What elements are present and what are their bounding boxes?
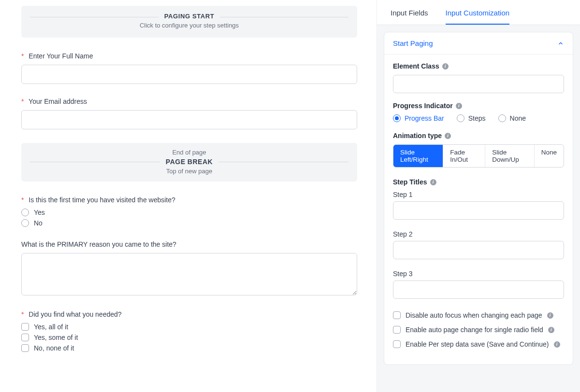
- field-label: * Did you find what you needed?: [21, 310, 357, 318]
- option-text: Progress Bar: [405, 114, 444, 122]
- divider: [30, 162, 160, 162]
- option-text: No: [34, 219, 43, 227]
- paging-start-title: PAGING START: [164, 13, 215, 20]
- radio-progress-bar[interactable]: Progress Bar: [393, 114, 444, 122]
- animation-type-label: Animation type i: [393, 132, 564, 140]
- field-primary-reason[interactable]: What is the PRIMARY reason you came to t…: [21, 240, 357, 297]
- field-first-visit[interactable]: * Is this the first time you have visite…: [21, 196, 357, 227]
- seg-slide-du[interactable]: Slide Down/Up: [485, 145, 535, 167]
- label-text: Progress Indicator: [393, 102, 453, 110]
- radio-steps[interactable]: Steps: [457, 114, 486, 122]
- card-title: Start Paging: [393, 39, 433, 47]
- checkbox-icon: [393, 311, 401, 319]
- paging-start-block[interactable]: PAGING START Click to configure your ste…: [21, 6, 357, 38]
- radio-none[interactable]: None: [498, 114, 526, 122]
- field-email[interactable]: * Your Email address: [21, 98, 357, 129]
- paging-start-subtitle: Click to configure your step settings: [30, 22, 348, 29]
- element-class-input[interactable]: [393, 75, 564, 93]
- tabs: Input Fields Input Customization: [377, 0, 580, 25]
- label-text: Is this the first time you have visited …: [29, 196, 175, 204]
- field-found-needed[interactable]: * Did you find what you needed? Yes, all…: [21, 310, 357, 352]
- checkbox-option[interactable]: Yes, all of it: [21, 323, 357, 331]
- label-text: Element Class: [393, 62, 439, 70]
- tab-input-fields[interactable]: Input Fields: [391, 0, 428, 25]
- label-text: Did you find what you needed?: [29, 310, 121, 318]
- checkbox-per-step-save[interactable]: Enable Per step data save (Save and Cont…: [393, 340, 564, 348]
- checkbox-icon: [21, 323, 29, 331]
- page-break-top: End of page: [30, 149, 348, 156]
- option-text: No, none of it: [34, 344, 74, 352]
- divider: [30, 17, 159, 17]
- info-icon[interactable]: i: [445, 133, 451, 139]
- step3-label: Step 3: [393, 270, 564, 278]
- required-star: *: [21, 98, 24, 105]
- form-builder-canvas: PAGING START Click to configure your ste…: [0, 0, 377, 392]
- chevron-up-icon: [557, 40, 564, 47]
- option-text: Yes: [34, 209, 45, 216]
- info-icon[interactable]: i: [430, 179, 436, 185]
- progress-indicator-group: Progress Bar Steps None: [393, 114, 564, 122]
- element-class-label: Element Class i: [393, 62, 564, 70]
- radio-option-no[interactable]: No: [21, 219, 357, 227]
- info-icon[interactable]: i: [554, 341, 560, 348]
- checkbox-icon: [21, 334, 29, 341]
- animation-segment-group: Slide Left/Right Fade In/Out Slide Down/…: [393, 144, 564, 168]
- step2-input[interactable]: [393, 241, 564, 259]
- seg-slide-lr[interactable]: Slide Left/Right: [393, 145, 443, 167]
- radio-icon: [393, 114, 401, 122]
- info-icon[interactable]: i: [442, 63, 449, 70]
- label-text: Step Titles: [393, 178, 427, 186]
- seg-fade[interactable]: Fade In/Out: [443, 145, 485, 167]
- field-label: What is the PRIMARY reason you came to t…: [21, 240, 357, 248]
- step1-label: Step 1: [393, 191, 564, 198]
- radio-icon: [21, 209, 29, 216]
- required-star: *: [21, 310, 24, 318]
- radio-icon: [457, 114, 464, 122]
- field-label: * Enter Your Full Name: [21, 52, 357, 60]
- radio-option-yes[interactable]: Yes: [21, 209, 357, 216]
- primary-reason-textarea[interactable]: [21, 253, 357, 295]
- page-break-title: PAGE BREAK: [166, 158, 213, 166]
- field-full-name[interactable]: * Enter Your Full Name: [21, 52, 357, 84]
- field-label: * Your Email address: [21, 98, 357, 105]
- radio-icon: [498, 114, 506, 122]
- checkbox-label: Enable Per step data save (Save and Cont…: [406, 340, 549, 348]
- tab-input-customization[interactable]: Input Customization: [446, 0, 510, 25]
- divider: [218, 162, 348, 162]
- checkbox-label: Enable auto page change for single radio…: [406, 326, 543, 334]
- settings-panel: Input Fields Input Customization Start P…: [377, 0, 580, 392]
- label-text: Your Email address: [29, 98, 87, 105]
- checkbox-icon: [21, 344, 29, 352]
- option-text: Yes, some of it: [34, 334, 78, 341]
- step-titles-label: Step Titles i: [393, 178, 564, 186]
- required-star: *: [21, 52, 24, 60]
- label-text: Animation type: [393, 132, 442, 140]
- progress-indicator-label: Progress Indicator i: [393, 102, 564, 110]
- step3-input[interactable]: [393, 280, 564, 299]
- info-icon[interactable]: i: [456, 103, 462, 109]
- page-break-bottom: Top of new page: [30, 168, 348, 175]
- checkbox-icon: [393, 340, 401, 348]
- field-label: * Is this the first time you have visite…: [21, 196, 357, 204]
- email-input[interactable]: [21, 110, 357, 129]
- checkbox-label: Disable auto focus when changing each pa…: [406, 311, 542, 319]
- info-icon[interactable]: i: [547, 312, 553, 319]
- checkbox-auto-page-change[interactable]: Enable auto page change for single radio…: [393, 326, 564, 334]
- full-name-input[interactable]: [21, 65, 357, 84]
- checkbox-icon: [393, 326, 401, 334]
- divider: [220, 17, 348, 17]
- label-text: Enter Your Full Name: [29, 52, 93, 60]
- info-icon[interactable]: i: [548, 327, 554, 333]
- start-paging-card: Start Paging Element Class i Progress In…: [384, 32, 573, 365]
- label-text: What is the PRIMARY reason you came to t…: [21, 240, 176, 248]
- option-text: None: [510, 114, 526, 122]
- step1-input[interactable]: [393, 201, 564, 220]
- seg-anim-none[interactable]: None: [535, 145, 564, 167]
- checkbox-option[interactable]: No, none of it: [21, 344, 357, 352]
- card-header[interactable]: Start Paging: [384, 32, 573, 55]
- checkbox-option[interactable]: Yes, some of it: [21, 334, 357, 341]
- checkbox-disable-autofocus[interactable]: Disable auto focus when changing each pa…: [393, 311, 564, 319]
- option-text: Steps: [468, 114, 486, 122]
- page-break-block[interactable]: End of page PAGE BREAK Top of new page: [21, 143, 357, 182]
- option-text: Yes, all of it: [34, 323, 68, 331]
